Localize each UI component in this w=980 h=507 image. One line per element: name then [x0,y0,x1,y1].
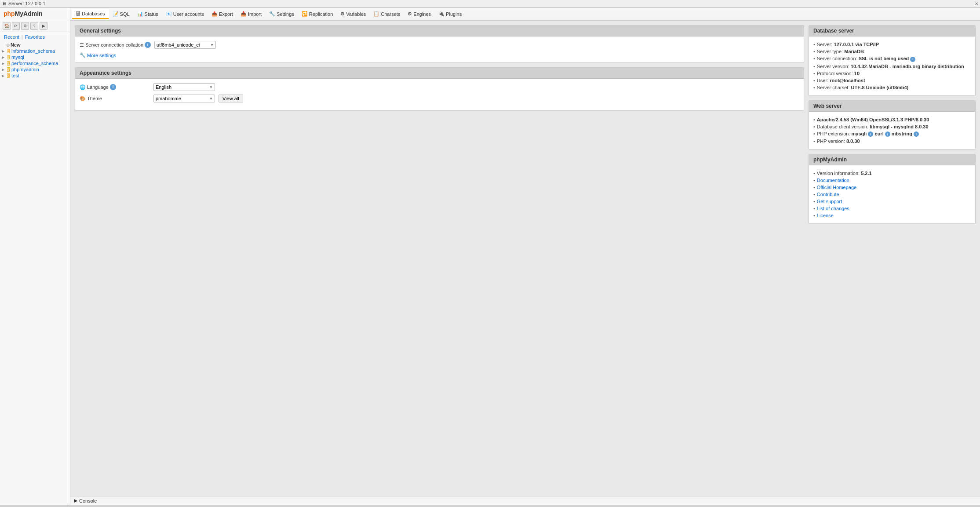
sidebar-nav-recent[interactable]: Recent [3,34,21,40]
language-select[interactable]: English [153,83,215,91]
refresh-icon[interactable]: ⟳ [12,22,20,30]
contribute-link[interactable]: Contribute [817,192,839,197]
tab-import[interactable]: 📥 Import [237,9,266,18]
sidebar-item-new[interactable]: ⊕ New [0,42,70,48]
logo-text: phpMyAdmin [4,10,43,17]
tab-export[interactable]: 📤 Export [208,9,237,18]
main-content: 🗄 Databases 📝 SQL 📊 Status 📧 User accoun… [70,7,980,505]
sidebar-tree: ⊕ New ▶ 🗄 information_schema ▶ 🗄 mysql ▶… [0,41,70,505]
sidebar-item-phpmyadmin[interactable]: ▶ 🗄 phpmyadmin [0,66,70,73]
curl-info-icon[interactable]: i [885,131,890,137]
logo-myadmin: MyAdmin [15,10,43,17]
sidebar-item-test[interactable]: ▶ 🗄 test [0,73,70,79]
web-server-info-db-client: Database client version: libmysql - mysq… [813,123,971,130]
database-server-body: Server: 127.0.0.1 via TCP/IP Server type… [809,36,975,95]
content-area: General settings ☰ Server connection col… [70,21,980,496]
server-info-type: Server type: MariaDB [813,48,971,55]
tab-replication[interactable]: 🔁 Replication [298,9,337,18]
get-support-link[interactable]: Get support [817,199,842,204]
help-icon[interactable]: ? [30,22,38,30]
tab-databases[interactable]: 🗄 Databases [72,9,109,19]
phpmyadmin-header: phpMyAdmin [809,154,975,165]
content-left: General settings ☰ Server connection col… [75,25,804,492]
phpmyadmin-panel: phpMyAdmin Version information: 5.2.1 Do… [809,154,976,224]
phpmyadmin-version: Version information: 5.2.1 [813,170,971,177]
theme-label: 🎨 Theme [80,96,150,102]
collation-select-wrapper: utf8mb4_unicode_ci [154,41,216,49]
documentation-link[interactable]: Documentation [817,178,849,183]
web-server-info-php-version: PHP version: 8.0.30 [813,138,971,145]
ssl-info-icon[interactable]: i [910,57,915,62]
replication-icon: 🔁 [302,11,308,17]
list-of-changes-link[interactable]: List of changes [817,206,849,211]
view-all-button[interactable]: View all [219,95,243,102]
variables-icon: ⚙ [340,11,345,17]
tab-user-accounts[interactable]: 📧 User accounts [162,9,208,18]
web-server-panel: Web server Apache/2.4.58 (Win64) OpenSSL… [809,100,976,150]
home-icon[interactable]: 🏠 [3,22,11,30]
license-link[interactable]: License [817,213,834,218]
databases-icon: 🗄 [76,11,80,16]
server-collation-select[interactable]: utf8mb4_unicode_ci [154,41,216,49]
server-info-version: Server version: 10.4.32-MariaDB - mariad… [813,63,971,70]
status-icon: 📊 [137,11,143,17]
theme-row: 🎨 Theme pmahomme View all [80,95,799,102]
charsets-icon: 📋 [373,11,379,17]
phpmyadmin-body: Version information: 5.2.1 Documentation… [809,165,975,223]
sidebar-toolbar: 🏠 ⟳ ⚙ ? ▶ [0,20,70,32]
bottom-bar[interactable]: ▶ Console [70,496,980,505]
settings-icon[interactable]: ⚙ [21,22,29,30]
collation-info-icon[interactable]: i [145,42,151,48]
tab-status[interactable]: 📊 Status [134,9,162,18]
db-icon: 🗄 [6,55,11,60]
language-label: 🌐 Language i [80,84,150,90]
phpmyadmin-link-contribute: Contribute [813,191,971,198]
web-server-info-php-ext: PHP extension: mysqli i curl i mbstring … [813,130,971,138]
sidebar-logo: phpMyAdmin [0,7,70,20]
appearance-settings-panel: Appearance settings 🌐 Language i English [75,67,804,111]
content-right: Database server Server: 127.0.0.1 via TC… [809,25,976,492]
sidebar-item-performance-schema[interactable]: ▶ 🗄 performance_schema [0,60,70,66]
console-icon[interactable]: ▶ [40,22,47,30]
plugins-icon: 🔌 [438,11,444,17]
more-settings-link[interactable]: 🔧 More settings [80,52,799,58]
tab-sql[interactable]: 📝 SQL [109,9,134,18]
mysqli-info-icon[interactable]: i [868,131,873,137]
database-server-header: Database server [809,26,975,36]
sidebar-item-mysql[interactable]: ▶ 🗄 mysql [0,54,70,60]
import-icon: 📥 [240,11,247,17]
phpmyadmin-link-changes: List of changes [813,205,971,212]
server-info-server: Server: 127.0.0.1 via TCP/IP [813,41,971,48]
server-collation-row: ☰ Server connection collation i utf8mb4_… [80,41,799,49]
tab-plugins[interactable]: 🔌 Plugins [435,9,466,18]
sidebar-nav-favorites[interactable]: Favorites [24,34,46,40]
new-icon: ⊕ [6,43,10,47]
appearance-settings-body: 🌐 Language i English [75,79,804,110]
language-icon: 🌐 [80,84,86,90]
settings-tab-icon: 🔧 [269,11,275,17]
theme-select[interactable]: pmahomme [153,95,215,102]
language-info-icon[interactable]: i [110,84,116,90]
tab-charsets[interactable]: 📋 Charsets [370,9,404,18]
console-toggle-icon: ▶ [74,498,77,503]
sidebar-item-information-schema[interactable]: ▶ 🗄 information_schema [0,48,70,54]
tab-variables[interactable]: ⚙ Variables [337,9,370,18]
general-settings-header: General settings [75,26,804,36]
collation-icon: ☰ [80,42,84,48]
window-close-button[interactable]: ✕ [975,1,978,6]
web-server-header: Web server [809,101,975,112]
phpmyadmin-link-homepage: Official Homepage [813,184,971,191]
general-settings-panel: General settings ☰ Server connection col… [75,25,804,63]
user-accounts-icon: 📧 [166,11,172,17]
logo-php: php [4,10,15,17]
web-server-info-apache: Apache/2.4.58 (Win64) OpenSSL/3.1.3 PHP/… [813,116,971,123]
db-icon: 🗄 [6,67,11,72]
navbar: 🗄 Databases 📝 SQL 📊 Status 📧 User accoun… [70,7,980,21]
db-icon: 🗄 [6,73,11,78]
db-icon: 🗄 [6,61,11,66]
tab-engines[interactable]: ⚙ Engines [404,9,435,18]
mbstring-info-icon[interactable]: i [914,131,919,137]
official-homepage-link[interactable]: Official Homepage [817,185,856,190]
tab-settings[interactable]: 🔧 Settings [266,9,298,18]
server-collation-label: ☰ Server connection collation i [80,42,151,48]
